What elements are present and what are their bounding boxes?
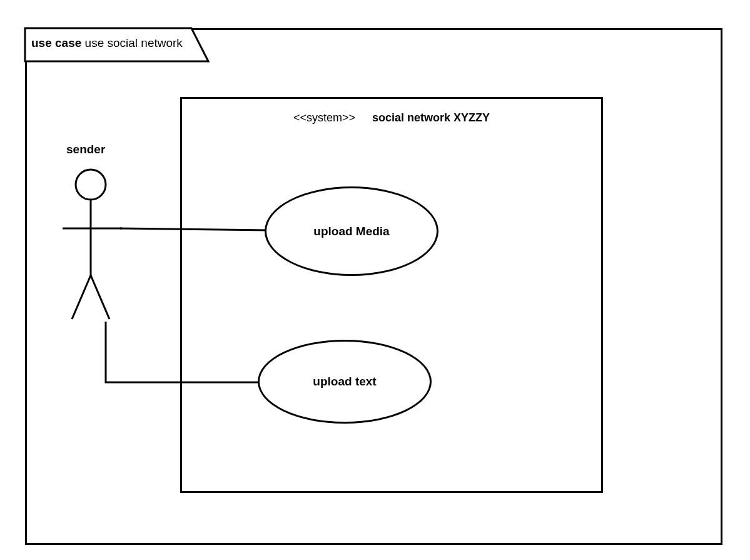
system-name: social network XYZZY bbox=[372, 111, 490, 124]
usecase-label: upload Media bbox=[313, 225, 389, 238]
usecase-label: upload text bbox=[313, 375, 376, 389]
svg-point-1 bbox=[76, 170, 106, 200]
system-boundary: <<system>> social network XYZZY bbox=[180, 97, 603, 493]
svg-line-5 bbox=[91, 275, 109, 319]
usecase-upload-text: upload text bbox=[258, 340, 432, 424]
actor-icon bbox=[59, 166, 134, 332]
diagram-title: use case use social network bbox=[31, 36, 183, 50]
actor-label: sender bbox=[66, 143, 105, 156]
svg-line-4 bbox=[72, 275, 91, 319]
diagram-canvas: use case use social network <<system>> s… bbox=[0, 0, 750, 560]
title-name: use social network bbox=[85, 36, 183, 49]
system-stereotype: <<system>> bbox=[293, 111, 355, 124]
usecase-upload-media: upload Media bbox=[265, 186, 438, 276]
system-header: <<system>> social network XYZZY bbox=[182, 111, 601, 125]
title-prefix: use case bbox=[31, 36, 81, 49]
